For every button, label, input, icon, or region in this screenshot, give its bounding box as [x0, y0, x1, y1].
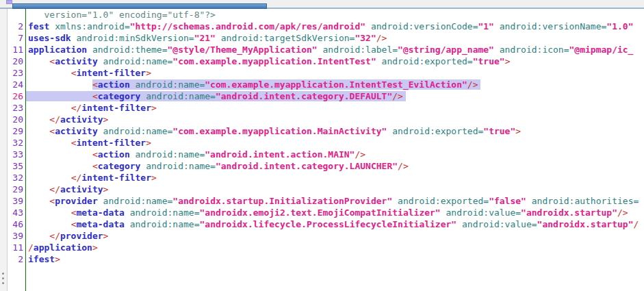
code-line-content: <intent-filter> [25, 67, 644, 79]
line-number: 29 [8, 184, 25, 195]
code-line-content: </intent-filter> [25, 102, 644, 114]
code-line-content: </activity> [25, 184, 644, 195]
code-line[interactable]: 33 <action android:name="android.intent.… [8, 149, 644, 160]
line-number: 11 [8, 44, 25, 55]
code-line-content: <activity android:name="com.example.myap… [25, 55, 644, 67]
code-editor[interactable]: version="1.0" encoding="utf-8"?>2fest xm… [8, 9, 644, 291]
code-line[interactable]: 11application android:theme="@style/Them… [8, 44, 644, 55]
selection-highlight: <category android:name="android.intent.c… [25, 91, 406, 101]
code-line[interactable]: 32 <intent-filter> [8, 137, 644, 149]
scrollbar-grip-icon[interactable] [2, 273, 5, 287]
line-number [8, 9, 25, 21]
code-line[interactable]: 29 <activity android:name="com.example.m… [8, 125, 644, 137]
line-number: 23 [8, 102, 25, 114]
line-number: 39 [8, 230, 25, 242]
code-line[interactable]: version="1.0" encoding="utf-8"?> [8, 9, 644, 21]
code-line[interactable]: 2fest xmlns:android="http://schemas.andr… [8, 21, 644, 32]
code-line[interactable]: 39 </provider> [8, 230, 644, 242]
code-line-content: <meta-data android:name="androidx.lifecy… [25, 218, 644, 230]
vertical-scrollbar[interactable] [0, 9, 8, 291]
code-line-content: </intent-filter> [25, 172, 644, 184]
code-line[interactable]: 46 <meta-data android:name="androidx.lif… [8, 218, 644, 230]
selection-highlight: <action android:name="com.example.myappl… [92, 79, 481, 90]
code-line-content: ifest> [25, 253, 644, 265]
line-number: 43 [8, 207, 25, 218]
scrollbar-left-cap[interactable] [6, 0, 12, 4]
line-number: 24 [8, 79, 25, 90]
code-line-content: version="1.0" encoding="utf-8"?> [25, 9, 644, 21]
code-line[interactable]: 20 <activity android:name="com.example.m… [8, 55, 644, 67]
code-line[interactable]: 2ifest> [8, 253, 644, 265]
code-line[interactable]: 23 <intent-filter> [8, 67, 644, 79]
horizontal-scrollbar[interactable] [0, 0, 644, 9]
code-line[interactable]: 32 </intent-filter> [8, 172, 644, 184]
line-number: 11 [8, 242, 25, 253]
line-number: 23 [8, 67, 25, 79]
code-line-content: <meta-data android:name="androidx.emoji2… [25, 207, 644, 218]
code-line[interactable]: 35 <category android:name="android.inten… [8, 160, 644, 172]
line-number: 32 [8, 137, 25, 149]
line-number: 32 [8, 172, 25, 184]
code-line-content: <category android:name="android.intent.c… [25, 160, 644, 172]
code-line-content: </activity> [25, 114, 644, 125]
line-number: 39 [8, 195, 25, 207]
code-line-content: uses-sdk android:minSdkVersion="21" andr… [25, 32, 644, 44]
line-number: 46 [8, 218, 25, 230]
horizontal-scrollbar-thumb[interactable] [12, 3, 267, 9]
code-line-content: <provider android:name="androidx.startup… [25, 195, 644, 207]
code-line[interactable]: 11/application> [8, 242, 644, 253]
code-line-content: <intent-filter> [25, 137, 644, 149]
line-number: 35 [8, 160, 25, 172]
line-number: 29 [8, 125, 25, 137]
line-number: 33 [8, 149, 25, 160]
code-line-content: <action android:name="com.example.myappl… [25, 79, 644, 90]
code-line[interactable]: 43 <meta-data android:name="androidx.emo… [8, 207, 644, 218]
line-number-current: 26 [8, 90, 25, 102]
code-line[interactable]: 20 </activity> [8, 114, 644, 125]
line-number: 7 [8, 32, 25, 44]
xml-code-viewer: version="1.0" encoding="utf-8"?>2fest xm… [0, 0, 644, 291]
line-number: 20 [8, 55, 25, 67]
code-line-content: fest xmlns:android="http://schemas.andro… [25, 21, 644, 32]
code-line-content: <activity android:name="com.example.myap… [25, 125, 644, 137]
code-line[interactable]: 39 <provider android:name="androidx.star… [8, 195, 644, 207]
code-line[interactable]: 26 <category android:name="android.inten… [8, 90, 644, 102]
line-number: 20 [8, 114, 25, 125]
code-line[interactable]: 7uses-sdk android:minSdkVersion="21" and… [8, 32, 644, 44]
code-line-content: <action android:name="android.intent.act… [25, 149, 644, 160]
code-line-content: </provider> [25, 230, 644, 242]
code-line[interactable]: 29 </activity> [8, 184, 644, 195]
line-number: 2 [8, 253, 25, 265]
code-line[interactable]: 23 </intent-filter> [8, 102, 644, 114]
code-line-content: application android:theme="@style/Theme_… [25, 44, 644, 55]
code-line-content: <category android:name="android.intent.c… [25, 90, 644, 102]
line-number: 2 [8, 21, 25, 32]
code-line[interactable]: 24 <action android:name="com.example.mya… [8, 79, 644, 90]
code-line-content: /application> [25, 242, 644, 253]
